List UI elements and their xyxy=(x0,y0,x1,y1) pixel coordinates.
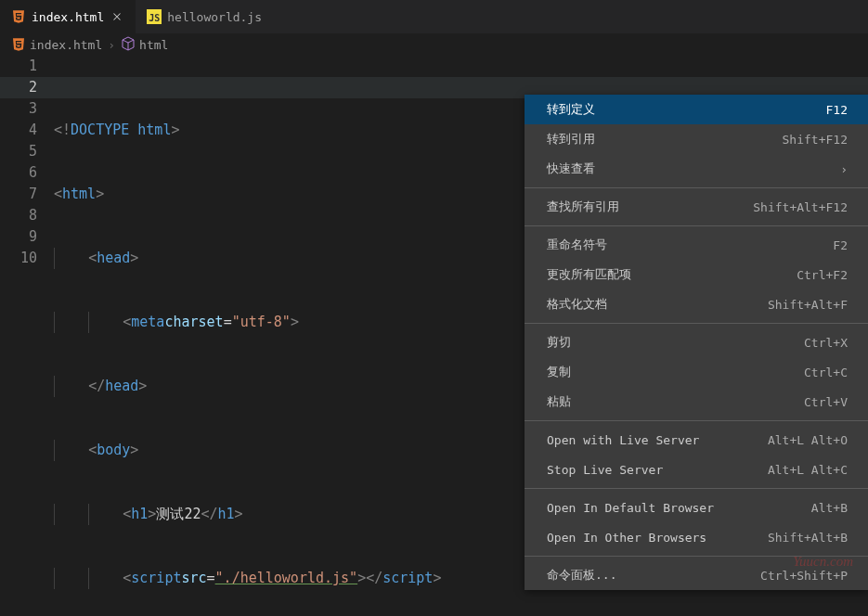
menu-item[interactable]: 格式化文档Shift+Alt+F xyxy=(525,289,868,319)
menu-item-label: 转到引用 xyxy=(547,131,595,148)
menu-item-label: 快速查看 xyxy=(547,160,595,177)
menu-item-label: Stop Live Server xyxy=(547,463,663,477)
menu-item-label: 格式化文档 xyxy=(547,296,607,313)
menu-separator xyxy=(525,187,868,188)
menu-shortcut: Ctrl+C xyxy=(804,366,848,379)
menu-item[interactable]: 转到引用Shift+F12 xyxy=(525,124,868,154)
breadcrumb-file[interactable]: index.html xyxy=(11,37,102,52)
menu-shortcut: Ctrl+F2 xyxy=(797,268,848,282)
menu-separator xyxy=(525,225,868,226)
html5-icon xyxy=(11,9,26,24)
menu-shortcut: F12 xyxy=(826,103,848,117)
menu-shortcut: Ctrl+V xyxy=(804,395,848,409)
menu-item-label: 查找所有引用 xyxy=(547,199,619,215)
menu-shortcut: F2 xyxy=(833,238,848,252)
menu-shortcut: Alt+B xyxy=(811,501,848,515)
menu-shortcut: Shift+Alt+F12 xyxy=(753,200,848,214)
close-icon[interactable] xyxy=(110,9,124,24)
menu-shortcut: Shift+Alt+B xyxy=(768,531,848,545)
menu-item-label: 粘贴 xyxy=(547,393,571,410)
menu-item[interactable]: Open with Live ServerAlt+L Alt+O xyxy=(525,425,868,455)
menu-shortcut: Shift+F12 xyxy=(783,133,848,147)
menu-shortcut: Ctrl+Shift+P xyxy=(760,569,848,583)
menu-item-label: Open with Live Server xyxy=(547,433,699,447)
menu-item[interactable]: 查找所有引用Shift+Alt+F12 xyxy=(525,192,868,222)
cube-icon xyxy=(121,36,136,54)
js-icon: JS xyxy=(147,9,162,24)
menu-item-label: 转到定义 xyxy=(547,101,595,118)
menu-item-label: 重命名符号 xyxy=(547,237,607,253)
menu-item-label: Open In Default Browser xyxy=(547,501,714,515)
breadcrumb: index.html › html xyxy=(0,33,868,56)
menu-item[interactable]: 复制Ctrl+C xyxy=(525,357,868,387)
breadcrumb-label: index.html xyxy=(30,38,102,52)
menu-separator xyxy=(525,323,868,324)
menu-item[interactable]: 粘贴Ctrl+V xyxy=(525,387,868,417)
menu-separator xyxy=(525,420,868,421)
menu-shortcut: Shift+Alt+F xyxy=(768,298,848,312)
chevron-right-icon: › xyxy=(108,38,115,52)
breadcrumb-label: html xyxy=(139,38,168,52)
menu-item-label: 更改所有匹配项 xyxy=(547,266,631,283)
menu-separator xyxy=(525,488,868,489)
menu-item-label: Open In Other Browsers xyxy=(547,531,706,545)
tab-label: helloworld.js xyxy=(167,10,262,24)
menu-item[interactable]: 更改所有匹配项Ctrl+F2 xyxy=(525,260,868,289)
menu-item-label: 命令面板... xyxy=(547,567,616,584)
menu-item[interactable]: 重命名符号F2 xyxy=(525,230,868,260)
chevron-right-icon: › xyxy=(840,162,848,176)
tab-bar: index.html JS helloworld.js xyxy=(0,0,868,33)
html5-icon xyxy=(11,37,26,52)
menu-item[interactable]: 快速查看› xyxy=(525,154,868,184)
menu-item[interactable]: Open In Default BrowserAlt+B xyxy=(525,493,868,522)
menu-item[interactable]: Stop Live ServerAlt+L Alt+C xyxy=(525,455,868,484)
menu-item-label: 复制 xyxy=(547,364,571,380)
menu-item-label: 剪切 xyxy=(547,334,571,351)
line-gutter: 12345678910 xyxy=(0,56,54,616)
tab-label: index.html xyxy=(32,10,104,24)
menu-shortcut: Ctrl+X xyxy=(804,336,848,350)
menu-shortcut: Alt+L Alt+C xyxy=(768,463,848,477)
breadcrumb-symbol[interactable]: html xyxy=(121,36,168,54)
menu-item[interactable]: 转到定义F12 xyxy=(525,95,868,124)
watermark: Yuucn.com xyxy=(793,554,853,570)
menu-item[interactable]: 剪切Ctrl+X xyxy=(525,327,868,357)
tab-index-html[interactable]: index.html xyxy=(0,0,136,33)
tab-helloworld-js[interactable]: JS helloworld.js xyxy=(136,0,273,33)
menu-item[interactable]: Open In Other BrowsersShift+Alt+B xyxy=(525,522,868,552)
menu-shortcut: Alt+L Alt+O xyxy=(768,433,848,447)
context-menu: 转到定义F12转到引用Shift+F12快速查看›查找所有引用Shift+Alt… xyxy=(525,95,868,590)
